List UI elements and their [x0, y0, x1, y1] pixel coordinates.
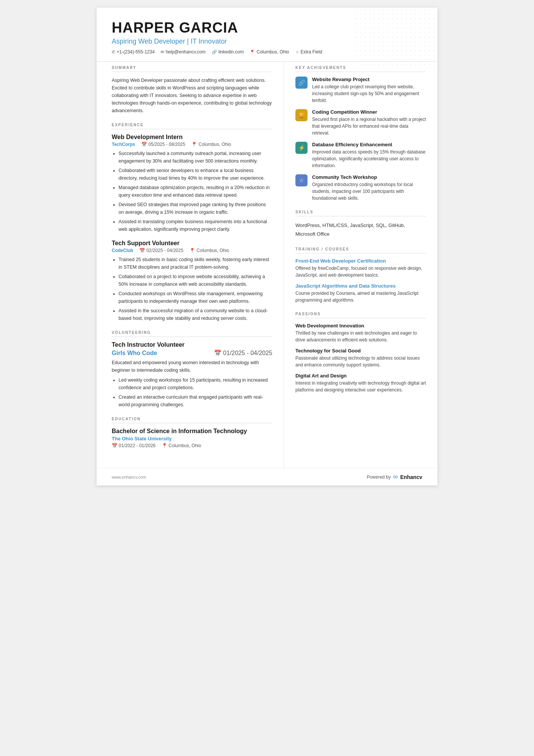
achievement-2-title: Coding Competition Winner — [312, 109, 426, 115]
passion-2-desc: Passionate about utilizing technology to… — [295, 355, 426, 368]
passion-3-desc: Interest in integrating creativity with … — [295, 380, 426, 393]
edu-meta: 📅 01/2022 - 01/2026 📍 Columbus, Ohio — [112, 443, 272, 448]
phone-icon: ✆ — [112, 50, 115, 55]
contact-linkedin: 🔗 linkedin.com — [212, 49, 244, 55]
location-icon-2: 📍 — [189, 248, 195, 253]
linkedin-text: linkedin.com — [219, 49, 244, 55]
bullet-item: Managed database optimization projects, … — [119, 184, 272, 199]
edu-degree: Bachelor of Science in Information Techn… — [112, 428, 272, 435]
passion-2-title: Technology for Social Good — [295, 348, 426, 354]
email-icon: ✉ — [161, 50, 164, 55]
bullet-item: Collaborated on a project to improve web… — [119, 273, 272, 288]
vol-1-meta-row: Girls Who Code 📅 01/2025 - 04/2025 — [112, 349, 272, 357]
achievement-2-icon: 🏆 — [295, 109, 308, 121]
passions-section: PASSIONS Web Development Innovation Thri… — [295, 312, 426, 393]
skills-section: SKILLS WordPress, HTML/CSS, JavaScript, … — [295, 210, 426, 239]
passion-1-desc: Thrilled by new challenges in web techno… — [295, 330, 426, 343]
training-1-desc: Offered by freeCodeCamp, focused on resp… — [295, 265, 426, 279]
achievement-1-title: Website Revamp Project — [312, 77, 426, 82]
summary-label: SUMMARY — [112, 66, 272, 72]
passion-2: Technology for Social Good Passionate ab… — [295, 348, 426, 368]
training-2-desc: Course provided by Coursera, aimed at ma… — [295, 290, 426, 304]
experience-label: EXPERIENCE — [112, 123, 272, 129]
achievement-1-body: Website Revamp Project Led a college clu… — [312, 77, 426, 104]
calendar-icon-1: 📅 — [141, 142, 147, 147]
edu-school: The Ohio State University — [112, 436, 272, 441]
right-column: KEY ACHIEVEMENTS 🔗 Website Revamp Projec… — [284, 62, 437, 468]
training-1: Front-End Web Developer Certification Of… — [295, 258, 426, 279]
job-2-location: 📍 Columbus, Ohio — [189, 248, 229, 253]
summary-text: Aspiring Web Developer passionate about … — [112, 77, 272, 114]
passion-1-title: Web Development Innovation — [295, 323, 426, 329]
passion-3-title: Digital Art and Design — [295, 373, 426, 379]
bullet-item: Trained 25 students in basic coding skil… — [119, 256, 272, 271]
phone-text: +1-(234)-555-1234 — [117, 49, 155, 55]
footer-logo: Powered by ∞ Enhancv — [367, 473, 422, 481]
candidate-name: HARPER GARCIA — [112, 20, 422, 36]
job-1-title: Web Development Intern — [112, 134, 272, 141]
linkedin-icon: 🔗 — [212, 50, 217, 55]
achievement-2: 🏆 Coding Competition Winner Secured firs… — [295, 109, 426, 136]
edu-location: 📍 Columbus, Ohio — [162, 443, 201, 448]
achievement-1: 🔗 Website Revamp Project Led a college c… — [295, 77, 426, 104]
job-1-company: TechCorps — [112, 142, 135, 147]
location-text: Columbus, Ohio — [256, 49, 289, 55]
bullet-item: Led weekly coding workshops for 15 parti… — [119, 376, 272, 391]
education-label: EDUCATION — [112, 417, 272, 423]
job-1-meta: TechCorps 📅 05/2025 - 08/2025 📍 Columbus… — [112, 142, 272, 147]
location-icon-1: 📍 — [191, 142, 197, 147]
training-label: TRAINING / COURSES — [295, 247, 426, 254]
extra-text: Extra Field — [301, 49, 322, 55]
job-1: Web Development Intern TechCorps 📅 05/20… — [112, 134, 272, 233]
enhancv-brand: Enhancv — [400, 474, 422, 480]
powered-by-text: Powered by — [367, 474, 390, 480]
job-2-bullets: Trained 25 students in basic coding skil… — [112, 256, 272, 322]
experience-section: EXPERIENCE Web Development Intern TechCo… — [112, 123, 272, 322]
vol-1-dates: 📅 01/2025 - 04/2025 — [214, 349, 272, 357]
achievement-4-title: Community Tech Workshop — [312, 174, 426, 180]
training-section: TRAINING / COURSES Front-End Web Develop… — [295, 247, 426, 304]
calendar-icon-2: 📅 — [139, 248, 145, 253]
skills-text: WordPress, HTML/CSS, JavaScript, SQL, Gi… — [295, 221, 426, 239]
achievement-3: ⚡ Database Efficiency Enhancement Improv… — [295, 142, 426, 169]
edu-dates: 📅 01/2022 - 01/2026 — [112, 443, 156, 448]
vol-1-org: Girls Who Code — [112, 350, 157, 357]
contact-phone: ✆ +1-(234)-555-1234 — [112, 49, 155, 55]
vol-1: Tech Instructor Volunteer Girls Who Code… — [112, 341, 272, 409]
job-1-location: 📍 Columbus, Ohio — [191, 142, 231, 147]
achievement-4: ☆ Community Tech Workshop Organized intr… — [295, 174, 426, 202]
contact-bar: ✆ +1-(234)-555-1234 ✉ help@enhancv.com 🔗… — [112, 49, 422, 55]
achievement-4-body: Community Tech Workshop Organized introd… — [312, 174, 426, 202]
bullet-item: Devised SEO strategies that improved pag… — [119, 201, 272, 216]
job-2-meta: CodeClub 📅 02/2025 - 04/2025 📍 Columbus,… — [112, 248, 272, 253]
left-column: SUMMARY Aspiring Web Developer passionat… — [97, 62, 284, 468]
volunteering-section: VOLUNTEERING Tech Instructor Volunteer G… — [112, 330, 272, 409]
vol-1-desc: Educated and empowered young women inter… — [112, 359, 272, 374]
training-2-title: JavaScript Algorithms and Data Structure… — [295, 283, 426, 289]
bullet-item: Conducted workshops on WordPress site ma… — [119, 290, 272, 305]
bullet-item: Assisted in translating complex business… — [119, 218, 272, 233]
calendar-icon-v: 📅 — [214, 349, 222, 357]
achievement-3-title: Database Efficiency Enhancement — [312, 142, 426, 147]
achievements-label: KEY ACHIEVEMENTS — [295, 66, 426, 72]
candidate-title: Aspiring Web Developer | IT Innovator — [112, 38, 422, 45]
passion-1: Web Development Innovation Thrilled by n… — [295, 323, 426, 343]
achievement-4-desc: Organized introductory coding workshops … — [312, 181, 426, 202]
bullet-item: Assisted in the successful migration of … — [119, 307, 272, 322]
summary-section: SUMMARY Aspiring Web Developer passionat… — [112, 66, 272, 114]
skills-label: SKILLS — [295, 210, 426, 216]
contact-location: 📍 Columbus, Ohio — [250, 49, 289, 55]
achievement-4-icon: ☆ — [295, 174, 308, 186]
email-text: help@enhancv.com — [166, 49, 205, 55]
contact-email: ✉ help@enhancv.com — [161, 49, 205, 55]
header-section: HARPER GARCIA Aspiring Web Developer | I… — [97, 8, 437, 61]
star-icon: ☆ — [295, 50, 299, 55]
achievement-1-desc: Led a college club project revamping the… — [312, 83, 426, 104]
training-1-title: Front-End Web Developer Certification — [295, 258, 426, 264]
body-columns: SUMMARY Aspiring Web Developer passionat… — [97, 62, 437, 468]
education-section: EDUCATION Bachelor of Science in Informa… — [112, 417, 272, 448]
training-2: JavaScript Algorithms and Data Structure… — [295, 283, 426, 304]
job-2-dates: 📅 02/2025 - 04/2025 — [139, 248, 183, 253]
vol-1-title: Tech Instructor Volunteer — [112, 341, 272, 348]
achievement-3-icon: ⚡ — [295, 142, 308, 154]
